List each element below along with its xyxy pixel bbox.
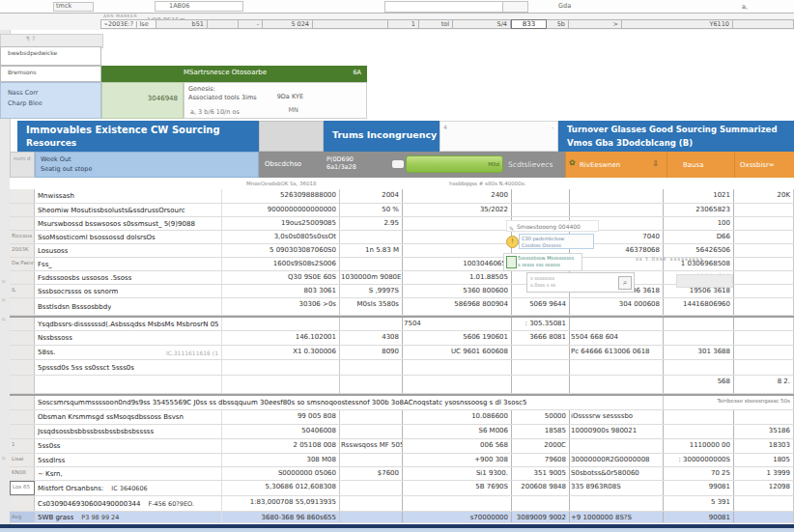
data-cell[interactable]: 10000900s 980021 <box>570 425 664 438</box>
row-gutter[interactable]: 2003K <box>10 244 35 257</box>
data-cell[interactable]: 100 <box>664 217 734 230</box>
data-cell[interactable]: 1110000 00 <box>664 439 734 453</box>
data-cell[interactable]: 99081 <box>664 481 734 495</box>
data-cell[interactable]: 8 2. <box>734 376 794 393</box>
comment-bubble-icon[interactable] <box>392 160 404 168</box>
data-cell[interactable]: 200608 9848 <box>512 481 570 495</box>
data-cell[interactable]: M0sls 3580s <box>340 298 403 315</box>
smart-tag[interactable]: ! C30 padsmbcbsw Cssdsss Ossssss <box>506 234 595 250</box>
data-cell[interactable]: 1030000m 9080E 8s <box>340 271 403 284</box>
data-cell[interactable] <box>664 360 734 375</box>
row-label-cell[interactable]: ~ Ksrn, <box>35 467 222 480</box>
data-cell[interactable]: 35186 <box>734 425 794 438</box>
data-cell[interactable] <box>340 454 403 466</box>
data-cell[interactable]: $7600 <box>340 467 403 480</box>
row-label-cell[interactable]: Sheomiw Mosutissbsolusts&ssdrussOrsourc <box>35 204 222 216</box>
data-cell[interactable]: Rsswsqoss MF 505 <box>340 439 403 453</box>
data-cell[interactable] <box>340 360 403 375</box>
row-label-cell[interactable]: 5ssdlrss <box>35 454 222 466</box>
banner-right[interactable]: Turnover Glasses Good Sourcing Summarize… <box>558 121 794 152</box>
row-gutter[interactable]: Lisai <box>10 454 35 466</box>
row-gutter[interactable]: 1 <box>10 439 35 453</box>
data-cell[interactable] <box>570 318 664 330</box>
data-cell[interactable]: 70 25 <box>664 467 734 480</box>
data-cell[interactable] <box>512 360 570 375</box>
data-cell[interactable]: 803 3061 <box>222 285 340 297</box>
toolbar-cell[interactable]: > <box>569 19 622 29</box>
data-cell[interactable] <box>340 318 403 330</box>
data-cell[interactable]: 5360 800600 <box>403 285 512 297</box>
toolbar-cell[interactable]: tol <box>419 19 453 29</box>
data-cell[interactable]: S0000000 05060 <box>222 467 340 480</box>
toolbar-cell[interactable]: b51 <box>156 19 208 29</box>
data-cell[interactable] <box>570 376 664 393</box>
toolbar-cell[interactable]: 1 <box>388 19 419 29</box>
data-cell[interactable]: Q30 9S0E 60S <box>222 271 340 284</box>
row-gutter[interactable]: IL <box>10 285 35 297</box>
data-cell[interactable]: 2400 <box>403 189 512 203</box>
row-label-cell[interactable]: Soscsmrsqummssssoon0nd9s9ss 35455569C J0… <box>35 396 664 409</box>
data-cell[interactable]: Pc 64666 613006 0618 <box>570 346 664 359</box>
data-cell[interactable] <box>734 496 794 511</box>
row-label-cell[interactable]: 58ss.IC.3111611616 (1 <box>35 346 222 359</box>
info-cell[interactable]: Genesis: Associated tools 3ims a, 3 b/6 … <box>184 82 367 119</box>
magnifier-icon[interactable]: ⌕ <box>618 276 632 290</box>
outline-button-icon[interactable]: ▫ <box>2 278 5 284</box>
data-cell[interactable]: 3089009 9002 <box>512 512 570 522</box>
toolbar-cell[interactable]: Y6110 <box>622 19 733 29</box>
panel-cell-1[interactable]: bwebsdpedwicke <box>0 46 101 66</box>
banner-middle[interactable]: Trums Incongruency <box>324 121 440 152</box>
data-cell[interactable] <box>403 231 512 243</box>
toolbar-cell[interactable]: 5 024 <box>263 19 313 29</box>
outline-button-icon[interactable]: ▫ <box>2 316 5 322</box>
data-cell[interactable]: 3666 8081 <box>512 331 570 345</box>
data-cell[interactable] <box>340 512 403 522</box>
data-cell[interactable]: : 3000000000S <box>664 454 734 466</box>
header-reference[interactable]: ✿ RivEeswnen ⇩ <box>565 152 666 178</box>
data-cell[interactable] <box>734 204 794 216</box>
data-cell[interactable] <box>403 376 512 393</box>
data-cell[interactable] <box>403 244 512 257</box>
data-cell[interactable]: 79608 <box>512 454 570 466</box>
data-cell[interactable] <box>222 318 340 330</box>
data-cell[interactable]: X1 0.300006 <box>222 346 340 359</box>
row-gutter[interactable] <box>10 298 35 315</box>
data-cell[interactable]: 2004 <box>340 189 403 203</box>
row-gutter[interactable] <box>10 204 35 216</box>
outline-button-icon[interactable]: ▫ <box>2 455 5 461</box>
data-cell[interactable] <box>340 376 403 393</box>
data-cell[interactable]: 5 391 <box>664 496 734 511</box>
data-cell[interactable] <box>403 217 512 230</box>
data-cell[interactable]: 99 005 808 <box>222 410 340 424</box>
data-cell[interactable] <box>222 376 340 393</box>
data-cell[interactable]: 1 3999 <box>734 467 794 480</box>
titlebar-tab-1[interactable]: tmck <box>56 2 71 10</box>
row-label-cell[interactable]: SsoMsosticoml bsossossd dolsrsOs <box>35 231 222 243</box>
toolbar-cell[interactable]: 833 <box>511 19 547 29</box>
banner-gap-cell[interactable]: 4 - <box>440 121 558 152</box>
data-cell[interactable]: 586968 800904 <box>403 298 512 315</box>
data-cell[interactable] <box>512 496 570 511</box>
row-label-cell[interactable]: 5WB grassP3 98 99 24 <box>35 512 222 522</box>
data-cell[interactable]: 1n 5.83 M <box>340 244 403 257</box>
data-cell[interactable]: 5B 7690S <box>403 481 512 495</box>
data-cell[interactable] <box>734 298 794 315</box>
row-gutter[interactable]: KN08 <box>10 467 35 480</box>
row-label-cell[interactable]: Jssqdsossbsbbssbssbssbsbsbsssss <box>35 425 222 438</box>
data-cell[interactable]: 2000C <box>512 439 570 453</box>
row-gutter[interactable]: Riccous <box>10 231 35 243</box>
data-cell[interactable] <box>340 481 403 495</box>
row-gutter[interactable] <box>10 346 35 359</box>
warning-circle-icon[interactable]: ! <box>506 236 519 248</box>
data-cell[interactable] <box>664 318 734 330</box>
data-cell[interactable]: 5069 9644 <box>512 298 570 315</box>
banner-left[interactable]: Immovables Existence CW Sourcing Resourc… <box>17 121 259 152</box>
data-cell[interactable]: S ,9997S <box>340 285 403 297</box>
data-cell[interactable] <box>340 410 403 424</box>
header-gutter[interactable]: num d <box>10 152 35 178</box>
row-label-cell[interactable]: Sssbsocrssss os ssnorm <box>35 285 222 297</box>
data-cell[interactable] <box>734 512 794 522</box>
data-cell[interactable] <box>222 360 340 375</box>
data-cell[interactable]: 30306 >0s <box>222 298 340 315</box>
data-cell[interactable] <box>734 244 794 257</box>
